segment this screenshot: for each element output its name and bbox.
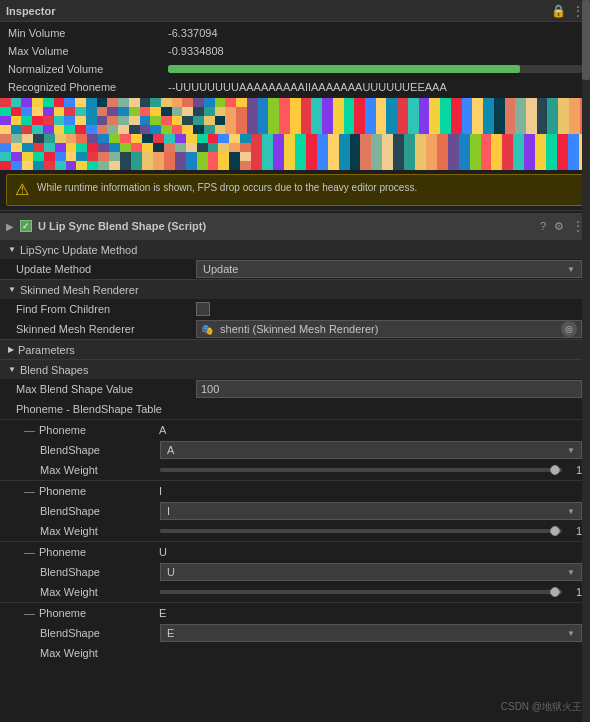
heatmap-cell xyxy=(419,98,430,107)
heatmap-cell xyxy=(408,125,419,134)
scrollbar[interactable] xyxy=(582,0,590,722)
heatmap-cell xyxy=(175,152,186,161)
heatmap-cell xyxy=(236,125,247,134)
heatmap-cell xyxy=(97,116,108,125)
heatmap-cell xyxy=(279,98,290,107)
lock-icon[interactable]: 🔒 xyxy=(551,4,566,18)
heatmap-cell xyxy=(382,143,393,152)
phoneme-name-row: — Phoneme I xyxy=(0,481,590,501)
heatmap-cell xyxy=(109,134,120,143)
heatmap-cell xyxy=(64,125,75,134)
help-icon[interactable]: ? xyxy=(540,220,546,232)
heatmap-cell xyxy=(11,98,22,107)
heatmap-cell xyxy=(172,107,183,116)
find-from-children-checkbox[interactable] xyxy=(196,302,210,316)
heatmap-cell xyxy=(350,143,361,152)
heatmap-cell xyxy=(107,98,118,107)
blendshape-dropdown[interactable]: E ▼ xyxy=(160,624,582,642)
phoneme-entries: — Phoneme A BlendShape A ▼ Max Weight 1 xyxy=(0,419,590,663)
heatmap-cell xyxy=(44,134,55,143)
scrollbar-thumb[interactable] xyxy=(582,0,590,80)
heatmap-cell xyxy=(440,116,451,125)
blendshape-dropdown[interactable]: I ▼ xyxy=(160,502,582,520)
heatmap-cell xyxy=(448,143,459,152)
heatmap-cell xyxy=(451,98,462,107)
heatmap-cell xyxy=(328,161,339,170)
heatmap-cell xyxy=(142,134,153,143)
heatmap-cell xyxy=(397,107,408,116)
max-weight-slider[interactable]: 1 xyxy=(160,464,582,476)
heatmap-cell xyxy=(393,134,404,143)
heatmap-cell xyxy=(526,107,537,116)
heatmap-cell xyxy=(306,152,317,161)
slider-thumb[interactable] xyxy=(550,526,560,536)
heatmap xyxy=(0,98,590,170)
heatmap-cell xyxy=(419,125,430,134)
blendshape-dropdown[interactable]: A ▼ xyxy=(160,441,582,459)
section-parameters[interactable]: ▶ Parameters xyxy=(0,339,590,359)
heatmap-cell xyxy=(64,107,75,116)
heatmap-cell xyxy=(371,143,382,152)
heatmap-cell xyxy=(339,134,350,143)
heatmap-cell xyxy=(494,107,505,116)
renderer-field[interactable]: 🎭 shenti (Skinned Mesh Renderer) ◎ xyxy=(196,320,582,338)
renderer-select-btn[interactable]: ◎ xyxy=(561,321,577,337)
heatmap-cell xyxy=(481,161,492,170)
section-title-blend: Blend Shapes xyxy=(20,364,89,376)
heatmap-cell xyxy=(483,98,494,107)
heatmap-cell xyxy=(240,143,251,152)
heatmap-cell xyxy=(262,134,273,143)
heatmap-cell xyxy=(32,107,43,116)
blendshape-row: BlendShape E ▼ xyxy=(0,623,590,643)
heatmap-cell xyxy=(462,98,473,107)
heatmap-cell xyxy=(535,134,546,143)
settings-icon[interactable]: ⚙ xyxy=(554,220,564,233)
component-enabled-checkbox[interactable]: ✓ xyxy=(20,220,32,232)
warning-icon: ⚠ xyxy=(15,180,29,199)
dropdown-arrow-icon: ▼ xyxy=(567,629,575,638)
section-lipsync-update[interactable]: ▼ LipSync Update Method xyxy=(0,239,590,259)
heatmap-cell xyxy=(448,152,459,161)
expand-icon[interactable]: ▶ xyxy=(6,221,14,232)
blendshape-dropdown[interactable]: U ▼ xyxy=(160,563,582,581)
heatmap-cell xyxy=(11,125,22,134)
heatmap-cell xyxy=(236,107,247,116)
heatmap-cell xyxy=(118,98,129,107)
heatmap-cell xyxy=(0,125,11,134)
heatmap-cell xyxy=(75,107,86,116)
slider-thumb[interactable] xyxy=(550,465,560,475)
heatmap-cell xyxy=(142,143,153,152)
heatmap-cell xyxy=(470,143,481,152)
heatmap-cell xyxy=(301,98,312,107)
heatmap-cell xyxy=(186,143,197,152)
max-blend-value[interactable]: 100 xyxy=(196,380,582,398)
heatmap-cell xyxy=(470,134,481,143)
heatmap-cell xyxy=(537,116,548,125)
update-method-dropdown[interactable]: Update ▼ xyxy=(196,260,582,278)
heatmap-cell xyxy=(568,143,579,152)
heatmap-cell xyxy=(75,125,86,134)
heatmap-cell xyxy=(459,143,470,152)
heatmap-cell xyxy=(229,143,240,152)
heatmap-cell xyxy=(175,134,186,143)
recognized-phoneme-label: Recognized Phoneme xyxy=(8,81,168,93)
component-header: ▶ ✓ U Lip Sync Blend Shape (Script) ? ⚙ … xyxy=(0,213,590,239)
heatmap-cell xyxy=(131,152,142,161)
max-weight-value: 1 xyxy=(568,586,582,598)
heatmap-cell xyxy=(247,125,258,134)
heatmap-cell xyxy=(311,125,322,134)
max-weight-slider[interactable]: 1 xyxy=(160,525,582,537)
max-weight-slider[interactable]: 1 xyxy=(160,586,582,598)
heatmap-cell xyxy=(481,134,492,143)
heatmap-cell xyxy=(54,125,65,134)
warning-text: While runtime information is shown, FPS … xyxy=(37,181,417,195)
heatmap-cell xyxy=(290,107,301,116)
heatmap-cell xyxy=(0,116,11,125)
heatmap-cell xyxy=(11,152,22,161)
heatmap-cell xyxy=(317,152,328,161)
section-blend-shapes[interactable]: ▼ Blend Shapes xyxy=(0,359,590,379)
inspector-header: Inspector 🔒 ⋮ xyxy=(0,0,590,22)
slider-thumb[interactable] xyxy=(550,587,560,597)
heatmap-cell xyxy=(87,134,98,143)
section-skinned-mesh[interactable]: ▼ Skinned Mesh Renderer xyxy=(0,279,590,299)
